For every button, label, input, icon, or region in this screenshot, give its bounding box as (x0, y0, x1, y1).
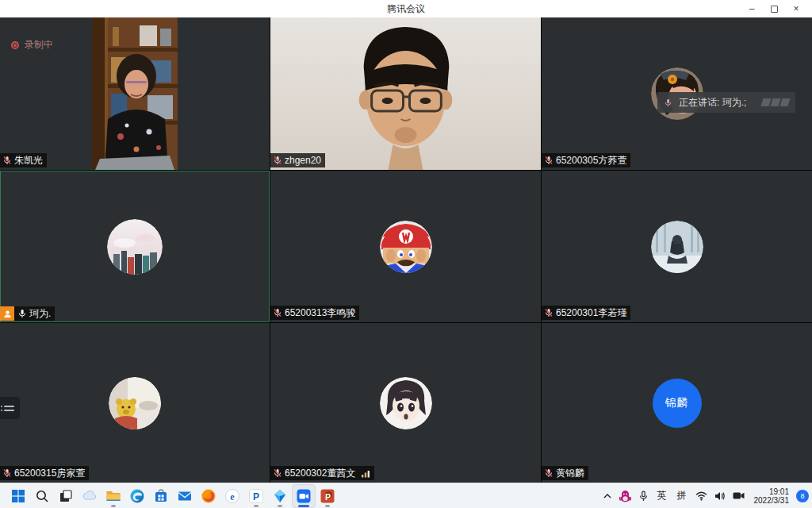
close-button[interactable]: × (785, 0, 807, 17)
blue-e-icon: e (224, 488, 240, 504)
participant-tile-dongqianwen[interactable]: 65200302董茜文 (270, 323, 541, 483)
mic-on-icon (17, 309, 27, 318)
ime-language-indicator[interactable]: 英 (656, 489, 668, 502)
mic-muted-icon (544, 468, 553, 478)
participant-name: 朱凯光 (14, 154, 43, 167)
mic-muted-icon (273, 156, 282, 165)
person-icon (3, 310, 12, 318)
avatar: 锦麟 (653, 379, 702, 428)
minimize-button[interactable]: – (741, 0, 763, 17)
p-app-button[interactable]: P (244, 484, 268, 508)
tray-date: 2022/3/31 (754, 496, 790, 505)
camera-video (92, 17, 178, 170)
taskbar-clock[interactable]: 19:01 2022/3/31 (752, 487, 790, 505)
store-bag-icon (153, 488, 169, 504)
avatar-city-sky-photo (107, 219, 163, 275)
name-label: 65200302董茜文 (270, 466, 374, 480)
start-button[interactable] (6, 484, 30, 508)
camera-icon (733, 491, 745, 500)
blue-gem-icon (272, 488, 288, 504)
search-button[interactable] (30, 484, 54, 508)
participant-name: 65200302董茜文 (285, 467, 355, 480)
participant-tile-zhgen20[interactable]: zhgen20 (270, 17, 541, 170)
recording-label: 录制中 (25, 38, 53, 52)
participant-name: 65200301李若瑾 (556, 306, 626, 320)
windows-logo-icon (11, 489, 25, 503)
member-badge (0, 306, 14, 321)
internet-app-button[interactable]: e (220, 484, 244, 508)
name-label: zhgen20 (270, 153, 325, 167)
participant-tile-liruojin[interactable]: 65200301李若瑾 (542, 171, 812, 322)
taskbar-apps: e P (0, 484, 339, 508)
task-view-icon (59, 489, 73, 503)
participant-tile-kewei[interactable]: 珂为. (0, 171, 270, 322)
participant-tile-fangqiaoxuan[interactable]: 正在讲话: 珂为.; 65200305方荞萱 (542, 17, 812, 170)
avatar (651, 221, 703, 273)
system-tray: 英 拼 19:01 2022/3/31 8 (603, 487, 812, 505)
name-label: 黄锦麟 (542, 466, 588, 480)
restore-button[interactable] (763, 0, 785, 17)
participant-tile-huangjinlin[interactable]: 锦麟 黄锦麟 (542, 323, 812, 483)
participant-name: 65200305方荞萱 (556, 154, 626, 167)
tencent-meeting-icon (296, 488, 312, 504)
weather-cloud-icon (82, 488, 98, 504)
meeting-watermark-icon (762, 98, 789, 106)
wifi-icon (695, 491, 707, 501)
ime-layout-indicator[interactable]: 拼 (676, 489, 688, 502)
mic-muted-icon (2, 156, 12, 165)
recording-indicator: 录制中 (11, 38, 53, 52)
mail-button[interactable] (173, 484, 197, 508)
participant-tile-limingjun[interactable]: 65200313李鸣骏 (270, 171, 541, 322)
letter-p-icon: P (248, 488, 264, 504)
tray-time: 19:01 (754, 487, 790, 496)
qq-tray-button[interactable] (619, 490, 631, 502)
participant-grid: 录制中 朱凯光 zhgen20 (0, 17, 812, 483)
mic-muted-icon (273, 468, 282, 478)
task-view-button[interactable] (54, 484, 78, 508)
folder-icon (105, 488, 121, 504)
powerpoint-icon: P (320, 488, 335, 504)
recording-dot-icon (11, 41, 19, 49)
firefox-button[interactable] (197, 484, 220, 508)
notification-count-badge[interactable]: 8 (796, 490, 809, 502)
mail-envelope-icon (177, 488, 193, 504)
participant-name: 65200315房家萱 (14, 467, 85, 480)
microphone-icon (638, 491, 649, 502)
widgets-button[interactable] (78, 484, 102, 508)
mic-icon (664, 98, 672, 107)
qq-penguin-icon (619, 490, 631, 502)
window-titlebar: 腾讯会议 – × (0, 0, 812, 17)
tencent-meeting-button[interactable] (292, 484, 316, 508)
participant-name: 65200313李鸣骏 (285, 306, 355, 320)
participant-name: zhgen20 (285, 155, 321, 166)
edge-icon (129, 488, 145, 504)
taskbar: e P (0, 483, 812, 508)
microsoft-store-button[interactable] (149, 484, 173, 508)
avatar-winter-photo (651, 221, 703, 273)
camera-tray-button[interactable] (733, 491, 745, 500)
participant-name: 黄锦麟 (556, 467, 584, 480)
mic-muted-icon (544, 308, 553, 318)
network-signal-icon (361, 469, 370, 478)
mic-muted-icon (544, 156, 553, 165)
participant-tile-fangjiaxuan[interactable]: 65200315房家萱 (0, 323, 270, 483)
wifi-tray-button[interactable] (695, 491, 707, 501)
avatar (380, 377, 432, 429)
svg-text:P: P (253, 491, 259, 502)
participant-tile-zhukaiguang[interactable]: 录制中 朱凯光 (0, 17, 270, 170)
tray-expand-button[interactable] (603, 491, 612, 501)
name-label: 65200315房家萱 (0, 466, 89, 480)
svg-text:e: e (230, 491, 235, 502)
edge-button[interactable] (125, 484, 149, 508)
meeting-stage: 录制中 朱凯光 zhgen20 (0, 17, 812, 483)
avatar (107, 219, 163, 275)
name-label: 朱凯光 (0, 153, 47, 167)
firefox-icon (201, 488, 216, 504)
speaker-icon (714, 491, 726, 501)
file-explorer-button[interactable] (102, 484, 125, 508)
gem-app-button[interactable] (268, 484, 292, 508)
powerpoint-button[interactable]: P (316, 484, 339, 508)
member-list-toggle[interactable] (0, 397, 20, 419)
volume-tray-button[interactable] (714, 491, 726, 501)
microphone-tray-button[interactable] (638, 491, 649, 502)
